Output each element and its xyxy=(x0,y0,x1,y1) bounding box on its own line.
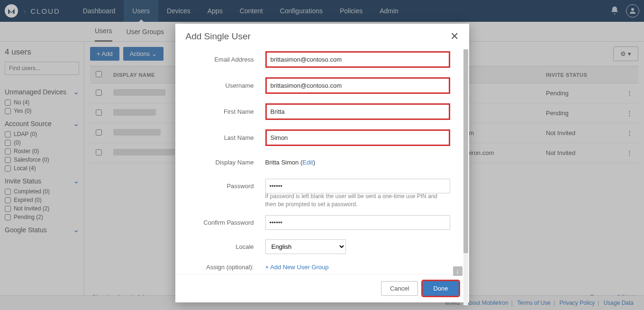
label-locale: Locale xyxy=(194,243,265,250)
cancel-button[interactable]: Cancel xyxy=(381,281,418,296)
label-username: Username xyxy=(194,82,265,89)
add-user-group-link[interactable]: + Add New User Group xyxy=(265,264,329,271)
label-password: Password xyxy=(194,182,265,190)
label-email: Email Address xyxy=(194,56,265,63)
first-name-field[interactable] xyxy=(265,103,450,120)
label-display-name: Display Name xyxy=(194,159,265,166)
password-field[interactable] xyxy=(265,179,450,193)
label-assign: Assign (optional): xyxy=(194,264,265,271)
locale-select[interactable]: English xyxy=(265,239,346,254)
confirm-password-field[interactable] xyxy=(265,215,450,230)
email-field[interactable] xyxy=(265,51,450,68)
close-icon[interactable]: ✕ xyxy=(450,31,459,42)
done-button[interactable]: Done xyxy=(423,281,458,296)
label-last-name: Last Name xyxy=(194,134,265,141)
password-help-text: If password is left blank the user will … xyxy=(265,192,450,209)
label-confirm-password: Confirm Password xyxy=(194,219,265,226)
label-first-name: First Name xyxy=(194,108,265,115)
last-name-field[interactable] xyxy=(265,129,450,146)
edit-display-name-link[interactable]: Edit xyxy=(302,159,313,166)
scroll-down-button[interactable]: ↓ xyxy=(453,266,463,276)
modal-title: Add Single User xyxy=(186,31,251,42)
display-name-value: Britta Simon xyxy=(265,159,299,166)
username-field[interactable] xyxy=(265,77,450,94)
add-user-modal: Add Single User ✕ Email Address Username… xyxy=(175,24,469,302)
